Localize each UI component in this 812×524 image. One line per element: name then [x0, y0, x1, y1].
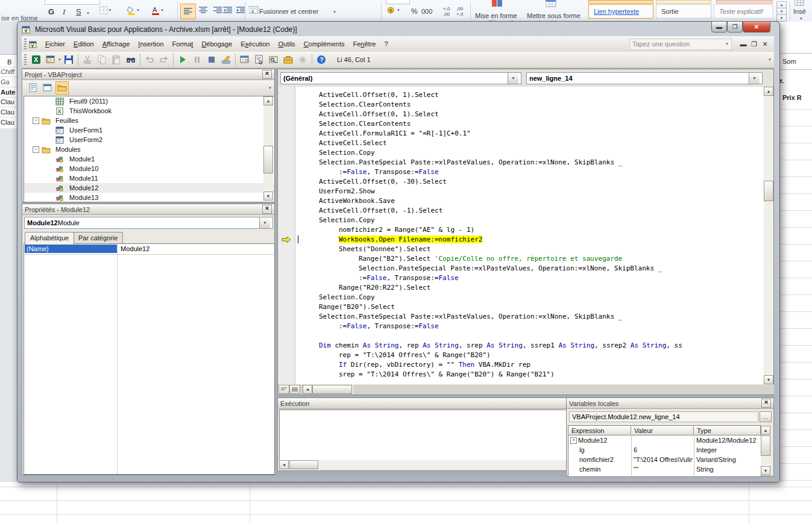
- tree-item-module11[interactable]: Module11: [24, 173, 274, 183]
- insert-button[interactable]: Insé: [793, 8, 806, 15]
- menu-fichier[interactable]: Fichier: [41, 38, 69, 50]
- immediate-content[interactable]: [279, 410, 575, 461]
- menu-?[interactable]: ?: [380, 38, 392, 50]
- project-close-icon[interactable]: ✕: [262, 70, 272, 79]
- property-value-cell[interactable]: Module12: [121, 245, 149, 252]
- tree-item-feuil9-2011-[interactable]: Feuil9 (2011): [24, 96, 274, 106]
- scroll-left-icon[interactable]: ◄: [279, 460, 289, 469]
- scroll-thumb[interactable]: [764, 181, 773, 201]
- question-search-box[interactable]: Tapez une question▼: [629, 39, 732, 50]
- locals-header[interactable]: Variables locales ✕: [567, 398, 773, 409]
- scroll-down-icon[interactable]: ▼: [764, 375, 773, 384]
- tree-item-modules[interactable]: −Modules: [24, 145, 274, 154]
- object-browser-button[interactable]: [267, 53, 280, 66]
- project-explorer-button[interactable]: [238, 53, 251, 66]
- help-button[interactable]: ?: [315, 53, 328, 66]
- locals-close-icon[interactable]: ✕: [761, 399, 771, 408]
- cell-style-explanatory[interactable]: Texte explicatif: [714, 4, 773, 19]
- tree-expand-icon[interactable]: −: [33, 146, 39, 153]
- project-tree[interactable]: Feuil9 (2011)XThisWorkbook−FeuillesUserF…: [24, 96, 275, 202]
- toolbar-grip[interactable]: [24, 54, 27, 65]
- merge-center-icon[interactable]: a: [247, 2, 260, 18]
- procedure-view-button[interactable]: [279, 385, 289, 394]
- scroll-up-icon[interactable]: ▲: [761, 426, 770, 435]
- insert-userform-button[interactable]: [44, 53, 57, 66]
- currency-button[interactable]: $ ▼: [387, 2, 400, 18]
- dropdown-arrow-icon[interactable]: ▼: [749, 73, 760, 84]
- menu-excution[interactable]: Exécution: [236, 38, 274, 50]
- code-editor[interactable]: ActiveCell.Offset(0, 1).SelectSelection.…: [279, 87, 764, 384]
- grid-divider[interactable]: [117, 244, 118, 474]
- save-button[interactable]: [62, 53, 75, 66]
- copy-button[interactable]: [95, 53, 109, 66]
- properties-button[interactable]: [253, 53, 266, 66]
- maximize-button[interactable]: ❐: [727, 21, 743, 33]
- borders-button[interactable]: ▼: [99, 2, 112, 18]
- scroll-thumb[interactable]: [263, 146, 273, 173]
- align-left-button[interactable]: [180, 4, 196, 19]
- dropdown-arrow-icon[interactable]: ▼: [58, 58, 61, 61]
- locals-more-button[interactable]: ...: [760, 411, 772, 422]
- code-horizontal-scrollbar[interactable]: [312, 385, 353, 394]
- underline-button[interactable]: S: [76, 7, 81, 16]
- menu-fentre[interactable]: Fenêtre: [349, 38, 380, 50]
- tab-alphabetic[interactable]: Alphabétique: [25, 232, 74, 245]
- italic-button[interactable]: I: [63, 7, 65, 17]
- question-dropdown-icon[interactable]: ▼: [725, 42, 729, 46]
- scroll-thumb[interactable]: [289, 460, 318, 469]
- column-header-valeur[interactable]: Valeur: [631, 426, 694, 435]
- dropdown-arrow-icon[interactable]: ▼: [259, 217, 270, 228]
- reset-button[interactable]: [205, 53, 218, 66]
- properties-object-dropdown[interactable]: Module12 Module ▼: [24, 217, 273, 229]
- decrease-indent-button[interactable]: [221, 2, 234, 18]
- break-button[interactable]: [190, 53, 204, 66]
- scroll-up-icon[interactable]: ▲: [263, 96, 273, 105]
- redo-button[interactable]: [157, 53, 171, 66]
- merge-dropdown-icon[interactable]: ▼: [333, 10, 336, 14]
- tool-button[interactable]: [296, 53, 309, 66]
- menu-outils[interactable]: Outils: [274, 38, 300, 50]
- mdi-close-button[interactable]: ✕: [760, 40, 770, 48]
- mdi-restore-button[interactable]: ❐: [749, 40, 760, 48]
- cell-style-output[interactable]: Sortie: [656, 4, 711, 19]
- toggle-folders-button[interactable]: [55, 81, 69, 95]
- format-as-table-button[interactable]: Mettre sous forme: [527, 12, 581, 19]
- menu-format[interactable]: Format: [168, 38, 198, 50]
- tree-item-module12[interactable]: Module12: [24, 183, 274, 193]
- align-center-button[interactable]: [197, 2, 210, 18]
- properties-close-icon[interactable]: ✕: [262, 205, 272, 214]
- thousand-separator-button[interactable]: 000: [421, 8, 432, 15]
- tab-by-category[interactable]: Par catégorie: [73, 232, 123, 243]
- property-name-cell[interactable]: (Name): [25, 245, 117, 253]
- column-header-expression[interactable]: Expression: [568, 426, 631, 435]
- design-mode-button[interactable]: [219, 53, 233, 66]
- run-button[interactable]: [176, 53, 189, 66]
- menu-affichage[interactable]: Affichage: [98, 38, 134, 50]
- close-button[interactable]: ✕: [743, 21, 770, 33]
- scroll-down-icon[interactable]: ▼: [761, 466, 770, 475]
- tree-item-module13[interactable]: Module13: [24, 193, 274, 202]
- scroll-left-icon[interactable]: ◄: [303, 385, 312, 394]
- menu-edition[interactable]: Edition: [69, 38, 98, 50]
- immediate-header[interactable]: Exécution ✕: [278, 398, 585, 409]
- font-color-button[interactable]: A ▼: [151, 2, 164, 18]
- scroll-thumb[interactable]: [761, 435, 770, 456]
- gallery-more-button[interactable]: ▼: [776, 14, 787, 22]
- decrease-decimal-button[interactable]: ,00+,0: [456, 6, 463, 17]
- merge-center-button[interactable]: Fusionner et centrer: [259, 8, 318, 15]
- full-module-view-button[interactable]: [289, 385, 300, 394]
- menu-insertion[interactable]: Insertion: [134, 38, 168, 50]
- conditional-format-button[interactable]: Mise en forme: [475, 12, 517, 19]
- percent-button[interactable]: %: [411, 7, 418, 16]
- cell-style-hyperlink[interactable]: Lien hypertexte: [588, 4, 653, 19]
- project-toolbar-overflow-icon[interactable]: ▼: [268, 86, 272, 90]
- column-header-type[interactable]: Type: [694, 426, 761, 435]
- vbe-titlebar[interactable]: Microsoft Visual Basic pour Applications…: [22, 23, 774, 36]
- scroll-up-icon[interactable]: ▲: [764, 87, 773, 96]
- procedure-dropdown[interactable]: new_ligne_14▼: [526, 72, 763, 84]
- tree-item-userform2[interactable]: UserForm2: [24, 135, 274, 145]
- tree-item-module1[interactable]: Module1: [24, 154, 274, 164]
- minimize-button[interactable]: ▬: [711, 21, 727, 33]
- view-object-button[interactable]: [41, 81, 54, 95]
- underline-dropdown-icon[interactable]: ▼: [86, 11, 90, 15]
